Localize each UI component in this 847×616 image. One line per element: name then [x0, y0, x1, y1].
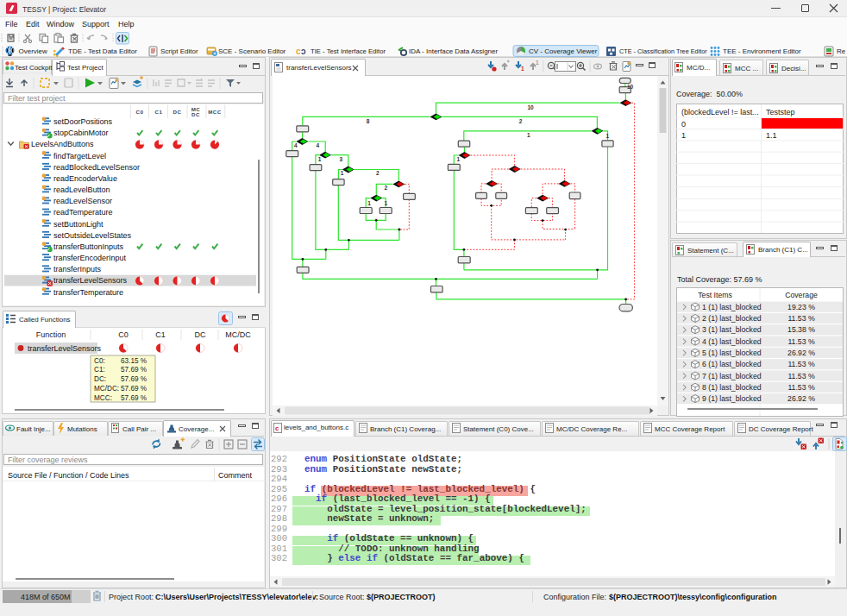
svg-text:C0:: C0:: [94, 357, 105, 365]
svg-text:2: 2: [519, 118, 523, 124]
svg-text:11.53 %: 11.53 %: [787, 360, 815, 368]
svg-text:LevelsAndButtons: LevelsAndButtons: [31, 140, 94, 148]
svg-text:11.53 %: 11.53 %: [787, 383, 815, 392]
svg-text:6 (1) last_blocked: 6 (1) last_blocked: [702, 360, 762, 368]
svg-text:MC/DC: MC/DC: [225, 330, 251, 339]
svg-text:readLevelButton: readLevelButton: [53, 185, 110, 194]
svg-text:1: 1: [605, 133, 609, 139]
svg-text:ɔ: ɔ: [301, 47, 306, 56]
svg-text:c: c: [275, 424, 279, 432]
svg-text:15.38 %: 15.38 %: [787, 325, 815, 334]
svg-text:transferLevelSensors: transferLevelSensors: [28, 344, 102, 353]
svg-text:57.69 %: 57.69 %: [121, 375, 147, 383]
svg-text:transferEncoderInput: transferEncoderInput: [53, 254, 127, 262]
svg-text:stopCabinMotor: stopCabinMotor: [53, 129, 109, 137]
svg-text:transferLevelSensors: transferLevelSensors: [53, 276, 128, 285]
svg-text:C1:: C1:: [94, 366, 105, 374]
svg-text:C1: C1: [155, 330, 166, 339]
svg-text:Coverage: Coverage: [785, 291, 818, 299]
svg-text:setDoorPositions: setDoorPositions: [53, 117, 113, 126]
svg-text:11.53 %: 11.53 %: [787, 372, 815, 380]
svg-text:2 (1) last_blocked: 2 (1) last_blocked: [702, 314, 762, 323]
svg-text:1: 1: [456, 156, 460, 162]
svg-text:3 (1) last_blocked: 3 (1) last_blocked: [702, 325, 762, 334]
svg-text:1: 1: [367, 200, 371, 206]
svg-text:MCC: MCC: [208, 109, 222, 115]
svg-text:readEncoderValue: readEncoderValue: [53, 174, 117, 183]
svg-text:5 (1) last_blocked: 5 (1) last_blocked: [702, 349, 762, 357]
svg-text:57.69 %: 57.69 %: [121, 366, 147, 374]
svg-text:1 (1) last_blocked: 1 (1) last_blocked: [702, 303, 762, 311]
svg-text:1: 1: [527, 132, 530, 138]
svg-text:1: 1: [536, 60, 539, 66]
svg-text:2: 2: [376, 170, 380, 176]
svg-text:Function: Function: [36, 330, 66, 339]
svg-text:C1: C1: [155, 109, 163, 115]
svg-text:findTargetLevel: findTargetLevel: [53, 152, 106, 160]
svg-text:DC: DC: [191, 111, 200, 117]
svg-text:readTemperature: readTemperature: [53, 208, 113, 217]
svg-text:transferButtonInputs: transferButtonInputs: [53, 242, 124, 251]
svg-text:26.92 %: 26.92 %: [787, 394, 815, 403]
svg-text:4: 4: [294, 142, 298, 148]
svg-text:8 (1) last_blocked: 8 (1) last_blocked: [702, 383, 762, 392]
svg-text:57.69 %: 57.69 %: [121, 394, 147, 402]
svg-text:setButtonLight: setButtonLight: [53, 220, 104, 229]
svg-text:10: 10: [627, 84, 634, 90]
svg-text:DC: DC: [195, 330, 206, 339]
svg-text:4 (1) last_blocked: 4 (1) last_blocked: [702, 337, 762, 346]
svg-text:26.92 %: 26.92 %: [787, 349, 815, 357]
svg-text:1: 1: [318, 156, 322, 162]
svg-text:MC/DC:: MC/DC:: [94, 385, 119, 393]
svg-text:2: 2: [384, 185, 387, 191]
svg-text:57.69 %: 57.69 %: [121, 385, 147, 393]
svg-text:1: 1: [521, 66, 524, 72]
svg-text:3: 3: [340, 156, 343, 162]
svg-text:11.53 %: 11.53 %: [787, 337, 815, 346]
svg-text:1: 1: [341, 170, 344, 176]
svg-text:C0: C0: [136, 109, 144, 115]
svg-text:Test Items: Test Items: [698, 291, 732, 299]
svg-text:DC:: DC:: [94, 375, 106, 383]
svg-text:1: 1: [384, 200, 387, 206]
svg-text:readLevelSensor: readLevelSensor: [53, 197, 112, 205]
svg-text:MCC:: MCC:: [94, 394, 112, 402]
svg-text:transferInputs: transferInputs: [53, 265, 102, 273]
svg-text:63.15 %: 63.15 %: [121, 357, 147, 365]
svg-text:7 (1) last_blocked: 7 (1) last_blocked: [702, 372, 762, 380]
svg-text:C0: C0: [118, 330, 129, 339]
svg-text:DC: DC: [173, 109, 182, 115]
svg-text:4: 4: [316, 142, 319, 148]
svg-text:8: 8: [367, 118, 370, 124]
svg-text:setOutsideLevelStates: setOutsideLevelStates: [53, 231, 132, 240]
svg-text:11.53 %: 11.53 %: [787, 314, 815, 323]
svg-text:9 (1) last_blocked: 9 (1) last_blocked: [702, 394, 762, 403]
svg-text:readBlockedLevelSensor: readBlockedLevelSensor: [53, 163, 140, 172]
svg-text:10: 10: [527, 104, 534, 110]
svg-text:19.23 %: 19.23 %: [787, 303, 815, 311]
svg-text:transferTemperature: transferTemperature: [53, 288, 123, 297]
